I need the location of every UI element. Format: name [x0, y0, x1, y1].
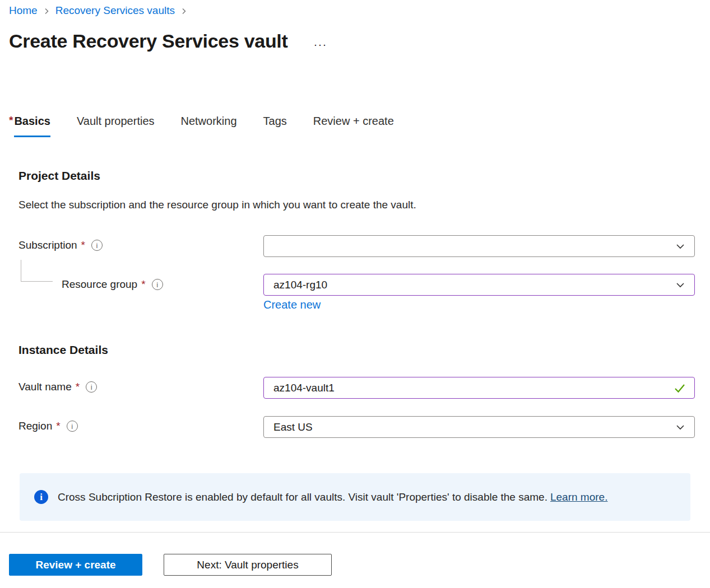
instance-details-heading: Instance Details — [18, 343, 108, 357]
field-connector-line — [21, 260, 53, 282]
breadcrumb-home-link[interactable]: Home — [9, 4, 38, 17]
region-value: East US — [273, 421, 674, 433]
info-icon[interactable]: i — [91, 240, 103, 251]
chevron-down-icon — [674, 240, 687, 253]
footer-divider — [0, 532, 710, 533]
required-marker: * — [76, 381, 80, 393]
resource-group-label: Resource group * i — [62, 278, 163, 291]
tab-bar: *Basics Vault properties Networking Tags… — [9, 115, 394, 137]
learn-more-link[interactable]: Learn more. — [550, 491, 607, 503]
required-marker: * — [9, 114, 13, 126]
chevron-right-icon — [180, 7, 188, 15]
page-header: Create Recovery Services vault ··· — [9, 30, 327, 52]
chevron-down-icon — [674, 421, 687, 434]
tab-review-create[interactable]: Review + create — [313, 115, 394, 137]
page-title: Create Recovery Services vault — [9, 30, 288, 52]
info-icon[interactable]: i — [86, 381, 97, 393]
info-banner: i Cross Subcription Restore is enabled b… — [20, 473, 690, 521]
create-new-link[interactable]: Create new — [263, 298, 321, 311]
region-label: Region * i — [18, 420, 78, 432]
more-options-button[interactable]: ··· — [314, 38, 327, 51]
subscription-label: Subscription * i — [18, 239, 103, 251]
breadcrumb-recovery-vaults-link[interactable]: Recovery Services vaults — [55, 4, 175, 17]
info-icon[interactable]: i — [152, 279, 163, 290]
create-recovery-services-vault-page: Home Recovery Services vaults Create Rec… — [0, 0, 710, 588]
tab-basics[interactable]: *Basics — [9, 115, 50, 137]
vault-name-field[interactable] — [263, 377, 695, 399]
review-create-button[interactable]: Review + create — [9, 554, 142, 576]
required-marker: * — [56, 420, 60, 432]
subscription-dropdown[interactable] — [263, 235, 695, 257]
project-details-description: Select the subscription and the resource… — [18, 199, 416, 211]
info-icon[interactable]: i — [67, 421, 78, 432]
vault-name-label: Vault name * i — [18, 381, 97, 393]
info-icon: i — [34, 490, 48, 504]
tab-tags[interactable]: Tags — [263, 115, 287, 137]
valid-check-icon — [672, 381, 687, 395]
resource-group-input[interactable] — [273, 279, 674, 291]
project-details-heading: Project Details — [18, 169, 100, 183]
breadcrumb: Home Recovery Services vaults — [9, 4, 188, 17]
required-marker: * — [141, 278, 145, 291]
region-dropdown[interactable]: East US — [263, 416, 695, 438]
tab-vault-properties[interactable]: Vault properties — [77, 115, 155, 137]
tab-networking[interactable]: Networking — [181, 115, 237, 137]
banner-text: Cross Subcription Restore is enabled by … — [58, 491, 607, 503]
next-vault-properties-button[interactable]: Next: Vault properties — [164, 554, 332, 576]
vault-name-input[interactable] — [273, 382, 672, 394]
resource-group-dropdown[interactable] — [263, 274, 695, 296]
chevron-right-icon — [43, 7, 50, 15]
required-marker: * — [81, 239, 85, 251]
chevron-down-icon — [674, 278, 687, 292]
